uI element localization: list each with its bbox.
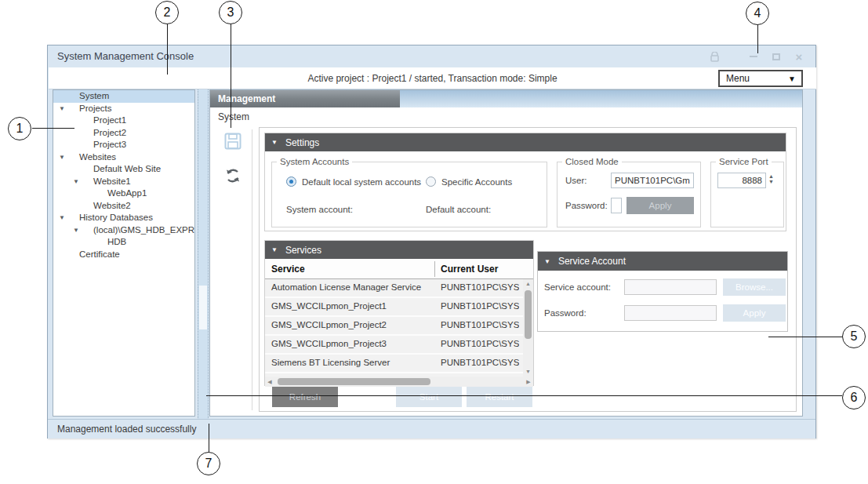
tree-item-label: Projects bbox=[79, 103, 112, 115]
radio-default-local-accounts[interactable] bbox=[286, 176, 296, 187]
menu-dropdown[interactable]: Menu ▼ bbox=[718, 70, 803, 87]
table-row[interactable]: GMS_WCCILpmon_Project3PUNBT101PC\SYS bbox=[265, 336, 523, 355]
expander-icon[interactable]: ▼ bbox=[73, 224, 79, 237]
active-project-status: Active project : Project1 / started, Tra… bbox=[49, 73, 816, 84]
settings-header[interactable]: ▼ Settings bbox=[265, 133, 786, 151]
scroll-left-icon[interactable]: ◀ bbox=[265, 377, 274, 387]
callout-line-5 bbox=[768, 337, 842, 338]
service-port-input[interactable]: 8888 bbox=[717, 173, 766, 188]
sa-password-input[interactable] bbox=[624, 305, 717, 321]
tree-item[interactable]: ▼(local)\GMS_HDB_EXPRESS bbox=[53, 224, 194, 237]
services-table-header: Service Current User bbox=[265, 259, 533, 279]
user-input[interactable]: PUNBT101PC\Gm bbox=[611, 173, 694, 188]
services-header-label: Services bbox=[285, 245, 321, 256]
service-port-spinner: ▲ ▼ bbox=[768, 173, 774, 184]
tree-item[interactable]: Project2 bbox=[53, 127, 194, 140]
services-section: ▼ Services Service Current User Automati… bbox=[264, 240, 534, 386]
services-header[interactable]: ▼ Services bbox=[265, 241, 533, 259]
scroll-right-icon[interactable]: ▶ bbox=[524, 377, 533, 387]
password-input[interactable] bbox=[611, 198, 622, 213]
figure-canvas: System Management Console × Active proje… bbox=[0, 0, 868, 484]
tree-item[interactable]: Default Web Site bbox=[53, 163, 194, 176]
tab-row: Management bbox=[210, 90, 802, 107]
tree-item[interactable]: Certificate bbox=[53, 249, 194, 261]
scroll-thumb[interactable] bbox=[278, 378, 430, 385]
callout-number-1: 1 bbox=[8, 117, 31, 140]
restart-button[interactable]: Restart bbox=[467, 387, 532, 407]
settings-section: ▼ Settings System Accounts Default local… bbox=[264, 133, 786, 231]
tree-item-label: Project1 bbox=[93, 115, 126, 127]
spinner-down-icon[interactable]: ▼ bbox=[768, 179, 774, 184]
scroll-thumb[interactable] bbox=[525, 290, 532, 339]
expander-icon[interactable]: ▼ bbox=[73, 176, 79, 188]
service-port-legend: Service Port bbox=[716, 157, 772, 166]
browse-button[interactable]: Browse... bbox=[723, 278, 786, 296]
col-service[interactable]: Service bbox=[271, 264, 305, 275]
closed-mode-apply-button[interactable]: Apply bbox=[626, 197, 694, 214]
service-account-input[interactable] bbox=[624, 279, 717, 295]
scroll-up-icon[interactable]: ▲ bbox=[523, 279, 533, 289]
expander-icon[interactable]: ▼ bbox=[59, 151, 65, 164]
tree-item-label: Website1 bbox=[93, 176, 131, 188]
tree-item[interactable]: ▼Projects bbox=[53, 103, 194, 115]
callout-line-3 bbox=[231, 24, 232, 128]
table-row[interactable]: Siemens BT Licensing ServerPUNBT101PC\SY… bbox=[265, 355, 523, 373]
maximize-icon[interactable] bbox=[768, 49, 785, 64]
sa-apply-button[interactable]: Apply bbox=[723, 304, 786, 322]
tree-item[interactable]: ▼Website1 bbox=[53, 176, 194, 188]
collapse-triangle-icon: ▼ bbox=[271, 246, 278, 253]
radio-specific-accounts[interactable] bbox=[426, 176, 436, 187]
callout-line-1 bbox=[32, 128, 74, 129]
tree-item[interactable]: Project1 bbox=[53, 115, 194, 127]
refresh-button[interactable]: Refresh bbox=[272, 387, 338, 407]
scroll-down-icon[interactable]: ▼ bbox=[523, 367, 533, 377]
management-pane: Management System ▼ Settings System bbox=[209, 89, 803, 417]
tree-item[interactable]: WebApp1 bbox=[53, 187, 194, 200]
tree-item[interactable]: ▼History Databases bbox=[53, 212, 194, 224]
tree-item[interactable]: Project3 bbox=[53, 139, 194, 151]
cell-current-user: PUNBT101PC\SYS bbox=[441, 339, 519, 348]
sa-password-label: Password: bbox=[544, 308, 587, 318]
system-tree: System▼ProjectsProject1Project2Project3▼… bbox=[53, 89, 195, 417]
tree-item[interactable]: Website2 bbox=[53, 200, 194, 213]
tree-item[interactable]: ▼Websites bbox=[53, 151, 194, 164]
pane-title: System bbox=[218, 111, 249, 122]
tree-item-label: Website2 bbox=[93, 200, 131, 213]
radio-default-label: Default local system accounts bbox=[302, 177, 421, 187]
service-account-header[interactable]: ▼ Service Account bbox=[538, 252, 787, 271]
table-row[interactable]: GMS_WCCILpmon_Project1PUNBT101PC\SYS bbox=[265, 298, 523, 317]
table-row[interactable]: GMS_WCCILpmon_Project2PUNBT101PC\SYS bbox=[265, 317, 523, 336]
toolbar-divider bbox=[252, 129, 252, 410]
title-bar: System Management Console × bbox=[48, 45, 815, 67]
tree-item-label: Default Web Site bbox=[93, 163, 161, 176]
expander-icon[interactable]: ▼ bbox=[59, 103, 65, 115]
column-divider bbox=[434, 261, 435, 277]
refresh-icon[interactable] bbox=[223, 166, 243, 186]
close-icon[interactable]: × bbox=[790, 49, 808, 64]
horizontal-scrollbar[interactable]: ◀ ▶ bbox=[265, 377, 533, 387]
lock-icon[interactable] bbox=[706, 49, 723, 64]
cell-current-user: PUNBT101PC\SYS bbox=[441, 320, 519, 329]
start-button[interactable]: Start bbox=[396, 387, 462, 407]
password-label: Password: bbox=[565, 201, 608, 210]
expander-icon[interactable]: ▼ bbox=[59, 212, 65, 224]
splitter-grip bbox=[199, 286, 207, 329]
vertical-scrollbar[interactable]: ▲ ▼ bbox=[523, 279, 533, 377]
spinner-up-icon[interactable]: ▲ bbox=[768, 173, 774, 179]
cell-current-user: PUNBT101PC\SYS bbox=[441, 301, 519, 311]
callout-line-4 bbox=[757, 25, 759, 53]
management-content: ▼ Settings System Accounts Default local… bbox=[259, 127, 797, 412]
table-row[interactable]: Automation License Manager ServicePUNBT1… bbox=[265, 279, 523, 298]
save-icon[interactable] bbox=[223, 131, 243, 151]
system-accounts-legend: System Accounts bbox=[277, 157, 352, 166]
tree-item[interactable]: HDB bbox=[53, 236, 194, 249]
cell-service: GMS_WCCILpmon_Project1 bbox=[271, 301, 387, 311]
col-current-user[interactable]: Current User bbox=[441, 264, 498, 275]
tree-item-label: Certificate bbox=[79, 249, 120, 261]
tab-management[interactable]: Management bbox=[210, 90, 400, 107]
splitter-handle[interactable] bbox=[198, 89, 209, 424]
minimize-icon[interactable] bbox=[745, 49, 762, 64]
tree-item[interactable]: System bbox=[53, 90, 194, 103]
service-account-label: Service account: bbox=[544, 282, 611, 292]
service-account-header-label: Service Account bbox=[558, 256, 626, 267]
